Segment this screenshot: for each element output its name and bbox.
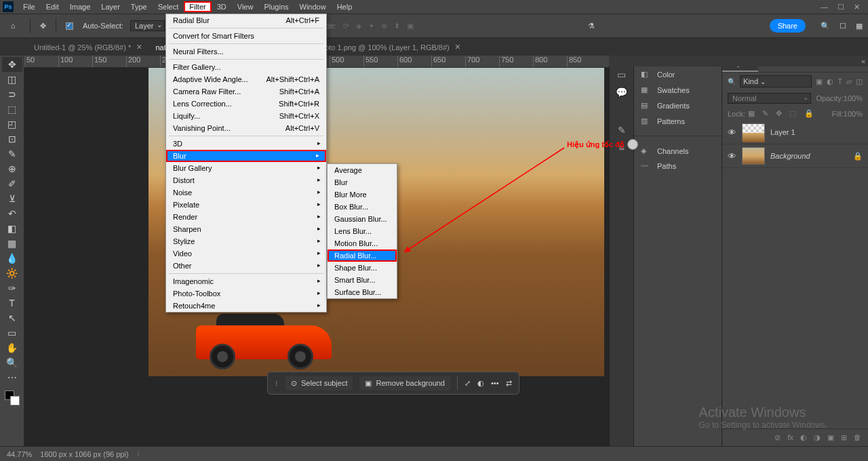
dodge-tool[interactable]: 🔆 <box>2 266 22 281</box>
menu-item[interactable]: Lens Correction...Shift+Ctrl+R <box>166 98 326 110</box>
more-icon[interactable]: ••• <box>491 379 499 387</box>
marquee-tool[interactable]: ◫ <box>2 72 22 87</box>
menu-item[interactable]: Liquify...Shift+Ctrl+X <box>166 110 326 122</box>
menu-neural-filters[interactable]: Neural Filters... <box>166 45 326 58</box>
arrange-icon[interactable]: ▦ <box>856 22 863 31</box>
layer-row[interactable]: 👁 Layer 1 <box>722 121 868 144</box>
eyedropper-tool[interactable]: ✎ <box>2 146 22 161</box>
history-brush-tool[interactable]: ↶ <box>2 206 22 221</box>
type-tool[interactable]: T <box>2 296 22 310</box>
menu-image[interactable]: Image <box>64 1 96 12</box>
close-icon[interactable]: ✕ <box>854 3 860 12</box>
brush-settings-icon[interactable]: ✎ <box>618 125 626 136</box>
hand-tool[interactable]: ✋ <box>2 340 22 355</box>
menu-window[interactable]: Window <box>294 1 332 12</box>
submenu-blur[interactable]: Blur <box>328 176 397 188</box>
3d-icon[interactable]: ⬍ <box>394 22 400 31</box>
filter-smart-icon[interactable]: ◫ <box>856 77 863 86</box>
search-icon[interactable]: 🔍 <box>821 22 830 31</box>
adjustment-icon[interactable]: ◐ <box>477 379 484 388</box>
new-icon[interactable]: ⊞ <box>841 433 847 442</box>
layer-dropdown[interactable]: Layer <box>130 20 165 31</box>
menu-blur-gallery[interactable]: Blur Gallery <box>166 162 326 174</box>
lock-icon[interactable]: 🔒 <box>853 152 863 161</box>
3d-icon[interactable]: ◈ <box>356 22 361 31</box>
menu-convert-smart[interactable]: Convert for Smart Filters <box>166 30 326 42</box>
home-icon[interactable]: ⌂ <box>5 18 20 33</box>
menu-item[interactable]: Retouch4me <box>166 300 326 312</box>
zoom-tool[interactable]: 🔍 <box>2 355 22 370</box>
lasso-tool[interactable]: ⊃ <box>2 87 22 102</box>
3d-icon[interactable]: ⊕ <box>381 22 387 31</box>
submenu-radial-blur---[interactable]: Radial Blur... <box>328 249 397 262</box>
submenu-smart-blur---[interactable]: Smart Blur... <box>328 274 397 286</box>
comments-icon[interactable]: 💬 <box>616 87 627 98</box>
auto-select-checkbox[interactable] <box>66 22 73 30</box>
blur-tool[interactable]: 💧 <box>2 251 22 266</box>
zoom-value[interactable]: 44.77% <box>7 450 32 458</box>
menu-other[interactable]: Other <box>166 260 326 272</box>
menu-noise[interactable]: Noise <box>166 186 326 199</box>
3d-icon[interactable]: ▣ <box>407 22 414 31</box>
menu-3d[interactable]: 3D <box>166 138 326 150</box>
visibility-icon[interactable]: 👁 <box>728 151 736 161</box>
menu-item[interactable]: Imagenomic <box>166 275 326 287</box>
shape-tool[interactable]: ▭ <box>2 325 22 340</box>
blend-mode-dropdown[interactable]: Normal <box>728 93 811 104</box>
panel-gradients[interactable]: ▤Gradients <box>634 98 722 113</box>
color-swatch[interactable] <box>5 390 20 405</box>
history-icon[interactable]: ▭ <box>617 69 626 80</box>
menu-last-filter[interactable]: Radial BlurAlt+Ctrl+F <box>166 14 326 26</box>
layer-row[interactable]: 👁 Background 🔒 <box>722 144 868 168</box>
mask-icon[interactable]: ◐ <box>800 433 807 442</box>
panel-patterns[interactable]: ▥Patterns <box>634 113 722 129</box>
share-button[interactable]: Share <box>770 19 806 33</box>
eraser-tool[interactable]: ◧ <box>2 221 22 236</box>
brush-tool[interactable]: ✐ <box>2 176 22 191</box>
move-tool-icon[interactable]: ✥ <box>40 22 46 31</box>
menu-view[interactable]: View <box>232 1 259 12</box>
adj-icon[interactable]: ◑ <box>814 433 821 442</box>
submenu-gaussian-blur---[interactable]: Gaussian Blur... <box>328 213 397 225</box>
submenu-shape-blur---[interactable]: Shape Blur... <box>328 262 397 274</box>
panel-color[interactable]: ◧Color <box>634 66 722 82</box>
menu-sharpen[interactable]: Sharpen <box>166 223 326 235</box>
panel-swatches[interactable]: ▦Swatches <box>634 82 722 98</box>
stamp-tool[interactable]: ⊻ <box>2 191 22 206</box>
submenu-box-blur---[interactable]: Box Blur... <box>328 201 397 213</box>
path-tool[interactable]: ↖ <box>2 310 22 325</box>
menu-pixelate[interactable]: Pixelate <box>166 199 326 211</box>
submenu-lens-blur---[interactable]: Lens Blur... <box>328 225 397 237</box>
pen-tool[interactable]: ✑ <box>2 281 22 296</box>
edit-toolbar[interactable]: ⋯ <box>2 370 22 385</box>
menu-item[interactable]: Filter Gallery... <box>166 61 326 73</box>
filter-pixel-icon[interactable]: ▣ <box>816 77 823 86</box>
filter-kind-dropdown[interactable]: Kind ⌄ <box>740 75 812 87</box>
3d-icon[interactable]: ⟳ <box>343 22 349 31</box>
fx-icon[interactable]: fx <box>787 433 793 442</box>
crop-tool[interactable]: ◰ <box>2 117 22 132</box>
menu-select[interactable]: Select <box>153 1 184 12</box>
filter-shape-icon[interactable]: ▱ <box>846 77 852 86</box>
menu-render[interactable]: Render <box>166 211 326 223</box>
menu-edit[interactable]: Edit <box>41 1 64 12</box>
panel-paths[interactable]: 〰Paths <box>634 159 722 174</box>
move-tool[interactable]: ✥ <box>2 57 22 72</box>
submenu-motion-blur---[interactable]: Motion Blur... <box>328 237 397 249</box>
menu-filter[interactable]: Filter <box>184 1 211 12</box>
healing-tool[interactable]: ⊕ <box>2 161 22 176</box>
menu-video[interactable]: Video <box>166 247 326 260</box>
menu-item[interactable]: Adaptive Wide Angle...Alt+Shift+Ctrl+A <box>166 73 326 85</box>
panel-channels[interactable]: ◈Channels <box>634 143 722 159</box>
visibility-icon[interactable]: 👁 <box>728 127 736 138</box>
minimize-icon[interactable]: — <box>821 3 828 12</box>
menu-plugins[interactable]: Plugins <box>258 1 294 12</box>
menu-layer[interactable]: Layer <box>96 1 125 12</box>
workspace-icon[interactable]: ☐ <box>840 22 846 31</box>
delete-icon[interactable]: 🗑 <box>854 433 861 442</box>
remove-background-button[interactable]: ▣Remove background <box>359 376 450 390</box>
properties-icon[interactable]: ⇄ <box>506 379 512 388</box>
submenu-blur-more[interactable]: Blur More <box>328 188 397 201</box>
submenu-surface-blur---[interactable]: Surface Blur... <box>328 286 397 298</box>
beaker-icon[interactable]: ⚗ <box>588 22 595 31</box>
